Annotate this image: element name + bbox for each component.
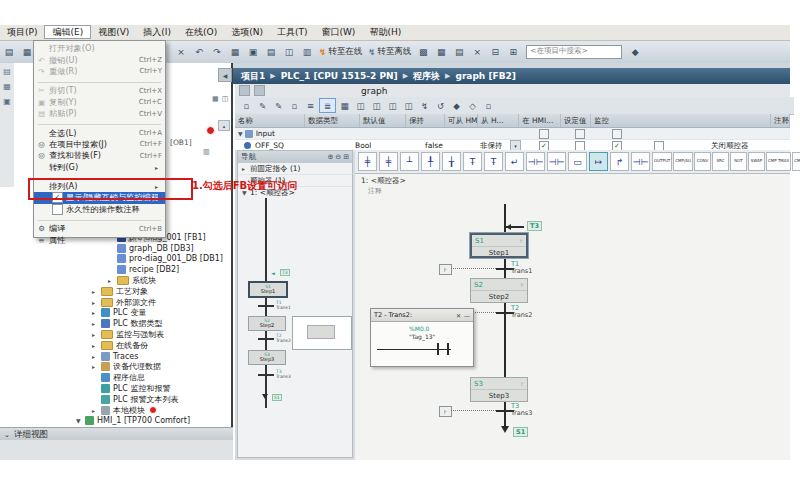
menu-item-checkbox[interactable]	[52, 204, 63, 215]
editor-toolbar-icon[interactable]: ◫	[385, 99, 400, 112]
toolbar-icon[interactable]: ▤	[1, 45, 17, 60]
toolbar-icon[interactable]: ×	[173, 45, 189, 60]
contact-symbol[interactable]	[437, 343, 449, 355]
menubar-item[interactable]: 在线(O)	[178, 26, 224, 38]
graph-action-button[interactable]: CONV	[694, 152, 711, 171]
menubar-item[interactable]: 项目(P)	[0, 26, 44, 38]
tree-item[interactable]: ▸ Traces	[0, 351, 229, 362]
editor-toolbar-icon[interactable]: ↯	[417, 99, 432, 112]
project-search-input[interactable]: <在项目中搜索>	[526, 45, 622, 59]
graph-element-button[interactable]: ╀	[421, 152, 440, 171]
graph-element-button[interactable]: ▭	[568, 152, 587, 171]
contact-tag-name[interactable]: "Tag_13"	[409, 333, 435, 340]
step-action-icon[interactable]: ⊦	[521, 281, 524, 288]
thumb-step[interactable]: S1Step1	[248, 281, 288, 298]
tree-expander[interactable]: ▸	[92, 309, 101, 316]
group-expander-icon[interactable]: ▼	[238, 130, 243, 137]
tree-expander[interactable]: ▸	[92, 353, 101, 360]
transition-popup[interactable]: T2 - Trans2: ✕ — %M0.0 "Tag_13"	[370, 308, 474, 367]
interface-column-header[interactable]: 从 H...	[478, 114, 519, 127]
interface-column-header[interactable]: 设定值	[561, 114, 591, 127]
expander-icon[interactable]: ▸	[242, 165, 250, 172]
graph-element-button[interactable]: ⊣⊢	[631, 152, 650, 171]
graph-element-button[interactable]: ↵	[505, 152, 524, 171]
tree-strip-icon[interactable]: ▦	[3, 82, 11, 91]
edit-menu-item[interactable]: ◎ 在项目中搜索(J) Ctrl+F ▸	[34, 139, 165, 150]
hmi-visible-checkbox[interactable]: ✓	[612, 141, 622, 151]
tree-toolbar-icon[interactable]: ▦	[212, 95, 219, 103]
tree-item[interactable]: ▸ 系统块	[0, 275, 229, 286]
interface-column-header[interactable]: 注释	[771, 114, 790, 127]
graph-element-button[interactable]: Ŧ	[484, 152, 503, 171]
zoom-in-icon[interactable]: ⊕	[327, 153, 333, 161]
edit-menu-item[interactable]: ▸	[38, 120, 161, 125]
retain-value[interactable]: 非保持	[480, 141, 503, 151]
graph-action-button[interactable]: SWAP	[748, 152, 765, 171]
interlock-icon[interactable]: ⊦	[439, 264, 452, 275]
graph-element-button[interactable]: ⊣⊢	[526, 152, 545, 171]
menubar-item[interactable]: 帮助(H)	[362, 26, 408, 38]
editor-toolbar-icon[interactable]: ✎	[255, 99, 270, 112]
graph-action-button[interactable]: NOT	[730, 152, 747, 171]
tree-expander[interactable]: ▸	[92, 320, 101, 327]
hmi-writable-checkbox[interactable]	[575, 141, 585, 151]
minimize-icon[interactable]: —	[464, 312, 470, 319]
graph-element-button[interactable]: ┴	[400, 152, 419, 171]
toolbar-icon[interactable]: ▥	[299, 45, 315, 60]
menubar-item[interactable]: 选项(N)	[224, 26, 270, 38]
graph-element-button[interactable]: Ŧ	[463, 152, 482, 171]
interface-group-row[interactable]: ▼ Input	[235, 128, 790, 140]
graph-action-button[interactable]: CMP CMIN	[792, 152, 800, 171]
toolbar-icon[interactable]: ↷	[209, 45, 225, 60]
graph-element-button[interactable]: ⊣⊢	[547, 152, 566, 171]
editor-toolbar-icon[interactable]: ≡	[303, 99, 318, 112]
tree-expander[interactable]: ▸	[108, 277, 117, 284]
breadcrumb-blocks[interactable]: 程序块	[413, 70, 440, 83]
jump-target-badge[interactable]: S1	[513, 427, 528, 437]
toolbar-icon[interactable]: ◫	[281, 45, 297, 60]
tree-item[interactable]: PLC 监控和报警	[0, 383, 229, 394]
editor-toolbar-icon[interactable]: ↺	[433, 99, 448, 112]
toolbar-icon[interactable]: ▩	[415, 45, 431, 60]
editor-toolbar-icon[interactable]: ◇	[465, 99, 480, 112]
breadcrumb[interactable]: 项目1▶ PLC_1 [CPU 1515-2 PN]▶ 程序块▶ graph […	[233, 68, 790, 84]
tree-scroll-up[interactable]: ▴	[218, 120, 230, 131]
tree-item[interactable]: ▸ PLC 变量	[0, 308, 229, 319]
jump-source-badge[interactable]: T3	[527, 221, 542, 231]
go-online-button[interactable]: ↯ 转至在线	[319, 46, 362, 58]
tree-item[interactable]: ▸ 本地模块	[0, 405, 229, 416]
interface-column-header[interactable]: 默认值	[360, 114, 406, 127]
tree-expander[interactable]: ▸	[92, 299, 101, 306]
fit-view-icon[interactable]: ⊞	[343, 153, 349, 161]
step-s1[interactable]: S1⊦ Step1	[470, 233, 528, 258]
variable-name[interactable]: OFF_SQ	[255, 141, 284, 150]
sequence-canvas[interactable]: 1: <顺控器> 注释 T3 S1⊦ Step1 T1Trans1 ⊦ S2⊦ …	[355, 174, 790, 460]
edit-menu-item[interactable]: ↷ 重做(R) Ctrl+Y ▸	[34, 66, 165, 77]
collapse-panel-button[interactable]: ◀	[218, 68, 232, 82]
editor-toolbar-icon[interactable]: ◫	[401, 99, 416, 112]
interface-column-header[interactable]: 数据类型	[305, 114, 360, 127]
interface-column-header[interactable]: 监控	[591, 114, 771, 127]
tree-toolbar-icon[interactable]: ◫	[222, 95, 229, 103]
tree-item[interactable]: ▸ 监控与强制表	[0, 329, 229, 340]
menubar-item[interactable]: 工具(T)	[270, 26, 315, 38]
editor-toolbar-icon[interactable]: ✎	[271, 99, 286, 112]
hmi-accessible-checkbox[interactable]: ✓	[539, 141, 549, 151]
editor-toolbar-icon[interactable]: ◫	[353, 99, 368, 112]
breadcrumb-project[interactable]: 项目1	[241, 70, 265, 83]
popup-title-bar[interactable]: T2 - Trans2: ✕ —	[371, 309, 473, 322]
tree-strip-icon[interactable]: ▤	[3, 67, 11, 76]
toolbar-icon[interactable]: ↶	[191, 45, 207, 60]
toolbar-icon[interactable]: ⊟	[487, 45, 503, 60]
toolbar-icon[interactable]: ▣	[245, 45, 261, 60]
interface-column-header[interactable]: 可从 HMI/...	[445, 114, 478, 127]
graph-action-button[interactable]: OUTPUT	[652, 152, 672, 171]
tree-expander[interactable]: ▸	[92, 342, 101, 349]
graph-action-button[interactable]: SRC	[712, 152, 729, 171]
edit-menu-item[interactable]: ◎ 查找和替换(F) Ctrl+F ▸	[34, 150, 165, 161]
thumb-step[interactable]: S2Step2	[248, 316, 286, 331]
editor-toolbar-icon[interactable]: ≣	[319, 98, 336, 113]
editor-toolbar-icon[interactable]: ▫	[239, 99, 254, 112]
sequence-thumbnail[interactable]: ◄ T3 S1Step1 T1Trans1 S2Step2 T2Trans2 S…	[238, 198, 352, 428]
step-action-icon[interactable]: ⊦	[520, 237, 523, 244]
